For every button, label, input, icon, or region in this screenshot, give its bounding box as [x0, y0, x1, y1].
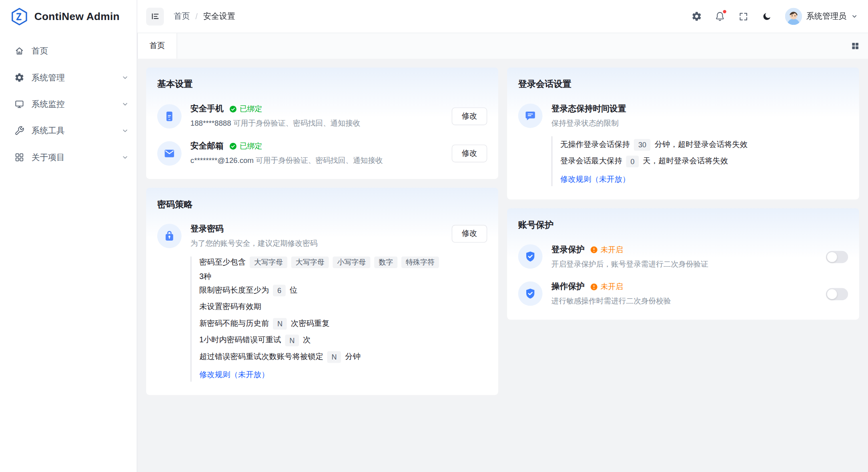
phone-usage-desc: 可用于身份验证、密码找回、通知接收 — [233, 119, 360, 128]
notification-badge-dot — [723, 10, 726, 13]
rule-suffix: 分钟，超时登录会话将失效 — [655, 140, 748, 150]
login-protection-info: 登录保护 未开启 开启登录保护后，账号登录需进行二次身份验证 — [551, 244, 817, 269]
sidebar-item-system-tools[interactable]: 系统工具 — [0, 117, 137, 144]
rule-prefix: 登录会话最大保持 — [560, 156, 622, 166]
right-column: 登录会话设置 登录态保持时间设置 保持登录状态的限制 — [507, 68, 859, 463]
operation-protection-info: 操作保护 未开启 进行敏感操作时需进行二次身份校验 — [551, 281, 817, 306]
page-content: 基本设置 安全手机 已绑定 — [137, 59, 868, 472]
card-title: 基本设置 — [157, 78, 487, 90]
toggle-knob — [827, 252, 837, 262]
sidebar-item-label: 首页 — [32, 46, 129, 56]
sidebar-item-about-project[interactable]: 关于项目 — [0, 144, 137, 171]
card-title: 登录会话设置 — [518, 78, 848, 90]
password-policy-card: 密码策略 登录密码 为了您的账号安全，建议定期修改密码 — [146, 188, 498, 395]
phone-bound-status: 已绑定 — [229, 104, 262, 114]
status-label: 未开启 — [601, 282, 623, 292]
login-password-title: 登录密码 — [190, 224, 224, 234]
rule-suffix: 次密码重复 — [291, 319, 330, 329]
card-title: 账号保护 — [518, 219, 848, 231]
settings-gear-icon[interactable] — [687, 7, 706, 26]
chevron-down-icon — [121, 100, 129, 108]
secure-phone-row: 安全手机 已绑定 188****8888 可用于身份验证、密码找回、通知接收 — [157, 104, 487, 129]
password-lock-icon — [157, 224, 182, 248]
rule-suffix: 分钟 — [345, 352, 361, 362]
sidebar-menu: 首页 系统管理 系统监控 — [0, 33, 137, 171]
tab-actions-grid-icon[interactable] — [842, 33, 868, 59]
main-area: 首页 / 安全设置 — [137, 0, 868, 472]
session-keep-info: 登录态保持时间设置 保持登录状态的限制 无操作登录会话保持 30 分钟，超时登录… — [551, 104, 848, 186]
login-protection-toggle[interactable] — [826, 251, 848, 263]
chevron-down-icon — [121, 74, 129, 81]
chevron-down-icon — [121, 153, 129, 161]
rule-suffix: 位 — [290, 285, 297, 295]
session-settings-card: 登录会话设置 登录态保持时间设置 保持登录状态的限制 — [507, 68, 859, 199]
left-column: 基本设置 安全手机 已绑定 — [146, 68, 498, 463]
secure-email-desc: c********@126.com 可用于身份验证、密码找回、通知接收 — [190, 156, 443, 166]
rule-min-length: 限制密码长度至少为 6 位 — [199, 282, 443, 299]
sidebar-item-label: 关于项目 — [32, 152, 114, 163]
card-title: 密码策略 — [157, 199, 487, 211]
home-icon — [14, 46, 24, 56]
rule-suffix: 天，超时登录会话将失效 — [643, 156, 728, 166]
modify-password-button[interactable]: 修改 — [452, 225, 487, 243]
monitor-icon — [14, 99, 24, 109]
modify-phone-button[interactable]: 修改 — [452, 107, 487, 125]
operation-protection-status: 未开启 — [590, 282, 623, 292]
dark-mode-moon-icon[interactable] — [757, 7, 776, 26]
menu-collapse-button[interactable] — [146, 8, 164, 25]
app-title: ContiNew Admin — [34, 10, 120, 22]
modify-password-rules-link[interactable]: 修改规则（未开放） — [199, 370, 269, 380]
tab-home[interactable]: 首页 — [137, 33, 177, 59]
rule-lock-duration: 超过错误密码重试次数账号将被锁定 N 分钟 — [199, 348, 443, 365]
sidebar-item-system-monitor[interactable]: 系统监控 — [0, 91, 137, 117]
fullscreen-icon[interactable] — [734, 7, 753, 26]
rule-value-chip: 6 — [273, 285, 286, 296]
operation-protection-toggle[interactable] — [826, 288, 848, 300]
rule-tag: 大写字母 — [291, 257, 329, 268]
rule-prefix: 新密码不能与历史前 — [199, 319, 269, 329]
breadcrumb-current: 安全设置 — [203, 11, 235, 22]
status-label: 已绑定 — [240, 141, 262, 151]
rule-prefix: 无操作登录会话保持 — [560, 140, 630, 150]
password-rules: 密码至少包含 大写字母 大写字母 小写字母 数字 特殊字符 3种 限制密码长度至 — [190, 257, 443, 382]
email-usage-desc: 可用于身份验证、密码找回、通知接收 — [256, 156, 383, 165]
notification-bell-icon[interactable] — [710, 7, 729, 26]
gear-icon — [14, 72, 24, 82]
rule-value-chip: 0 — [626, 155, 639, 167]
shield-check-icon — [518, 281, 543, 306]
app-logo-icon — [10, 7, 29, 26]
chevron-down-icon — [851, 13, 858, 20]
sidebar: ContiNew Admin 首页 系统管理 — [0, 0, 137, 472]
operation-protection-row: 操作保护 未开启 进行敏感操作时需进行二次身份校验 — [518, 281, 848, 306]
sidebar-item-home[interactable]: 首页 — [0, 38, 137, 64]
chevron-down-icon — [121, 127, 129, 135]
logo[interactable]: ContiNew Admin — [0, 0, 137, 33]
modify-session-rules-link[interactable]: 修改规则（未开放） — [560, 175, 630, 185]
rule-retry-limit: 1小时内密码错误可重试 N 次 — [199, 332, 443, 349]
breadcrumb-home[interactable]: 首页 — [174, 11, 190, 22]
tab-bar-spacer — [177, 33, 843, 59]
session-rules: 无操作登录会话保持 30 分钟，超时登录会话将失效 登录会话最大保持 0 天，超… — [551, 136, 848, 186]
sidebar-item-label: 系统监控 — [32, 99, 114, 109]
rule-tag: 小写字母 — [333, 257, 370, 268]
header-actions: 系统管理员 — [687, 7, 858, 26]
login-protection-row: 登录保护 未开启 开启登录保护后，账号登录需进行二次身份验证 — [518, 244, 848, 269]
rule-suffix: 3种 — [199, 272, 211, 282]
rule-prefix: 限制密码长度至少为 — [199, 285, 269, 295]
rule-tag: 特殊字符 — [401, 257, 439, 268]
breadcrumb: 首页 / 安全设置 — [174, 11, 235, 22]
login-protection-title: 登录保护 — [551, 244, 585, 255]
rule-history-repeat: 新密码不能与历史前 N 次密码重复 — [199, 315, 443, 332]
rule-suffix: 次 — [303, 335, 311, 345]
rule-value-chip: 30 — [634, 139, 651, 151]
operation-protection-title: 操作保护 — [551, 281, 585, 292]
status-label: 已绑定 — [240, 104, 262, 114]
sidebar-item-label: 系统管理 — [32, 72, 114, 83]
sidebar-item-system-management[interactable]: 系统管理 — [0, 64, 137, 91]
shield-check-icon — [518, 244, 543, 269]
modify-email-button[interactable]: 修改 — [452, 144, 487, 162]
user-menu[interactable]: 系统管理员 — [785, 8, 858, 25]
rule-value-chip: N — [273, 318, 287, 329]
status-label: 未开启 — [601, 245, 623, 255]
sidebar-item-label: 系统工具 — [32, 125, 114, 136]
